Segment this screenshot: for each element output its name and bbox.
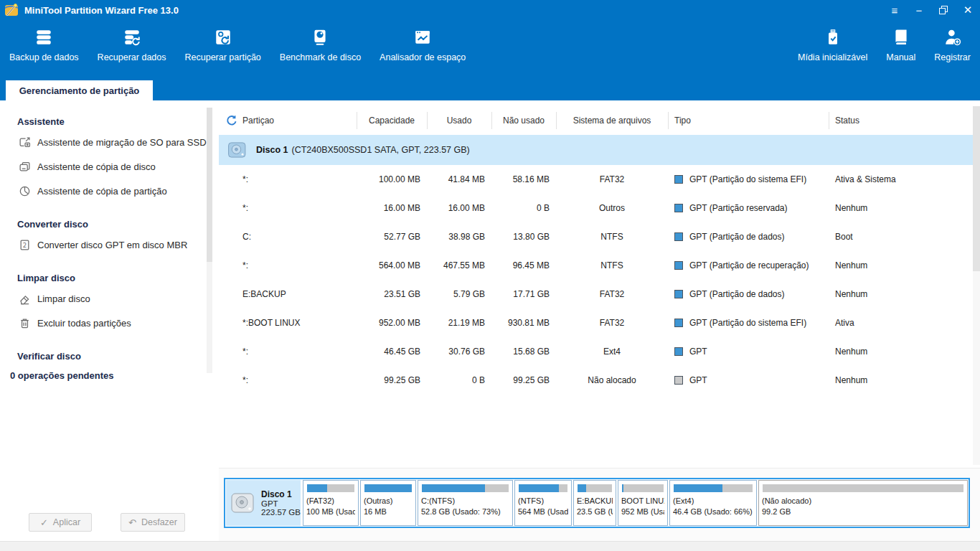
disk-map-partition-block[interactable]: BOOT LINUX( 952 MB (Usad (618, 480, 668, 526)
sidebar-item-delete-all-partitions[interactable]: Excluir todas partições (0, 311, 219, 335)
disk-map-partition-block[interactable]: E:BACKUP 23.5 GB (U (573, 480, 616, 526)
apply-button[interactable]: ✓ Aplicar (29, 513, 92, 532)
cell-filesystem: FAT32 (556, 318, 668, 328)
cell-used: 30.76 GB (427, 347, 491, 357)
copy-partition-icon (19, 185, 31, 197)
backup-data-button[interactable]: Backup de dados (0, 20, 88, 62)
disk-map-partition-block[interactable]: (Outras) 16 MB (360, 480, 416, 526)
close-icon[interactable]: ✕ (956, 0, 980, 20)
cell-filesystem: Não alocado (556, 375, 668, 385)
disk-name: Disco 1 (256, 145, 288, 155)
col-filesystem[interactable]: Sistema de arquivos (556, 106, 668, 135)
table-row[interactable]: *: 564.00 MB 467.55 MB 96.45 MB NTFS GPT… (219, 251, 980, 280)
disk-info: (CT240BX500SSD1 SATA, GPT, 223.57 GB) (291, 145, 469, 155)
table-row[interactable]: *: 99.25 GB 0 B 99.25 GB Não alocado GPT… (219, 366, 980, 395)
block-detail: 952 MB (Usad (621, 507, 664, 517)
app-logo-icon (4, 3, 19, 17)
col-capacity[interactable]: Capacidade (357, 106, 427, 135)
menu-icon[interactable]: ≡ (882, 0, 907, 20)
cell-used: 16.00 MB (427, 203, 491, 213)
recover-partition-button[interactable]: Recuperar partição (176, 20, 270, 62)
refresh-icon[interactable] (219, 106, 240, 135)
table-row[interactable]: E:BACKUP 23.51 GB 5.79 GB 17.71 GB FAT32… (219, 280, 980, 309)
convert-gpt-mbr-icon: 2 (19, 239, 31, 251)
table-header: Partiçao Capacidade Usado Não usado Sist… (219, 106, 980, 135)
cell-unused: 0 B (491, 203, 556, 213)
block-label: (FAT32) (306, 496, 355, 507)
svg-text:2: 2 (23, 241, 27, 248)
partition-type-icon (674, 347, 683, 356)
cell-unused: 58.16 MB (491, 174, 556, 184)
minimize-icon[interactable]: − (907, 0, 931, 20)
cell-status: Nenhum (829, 203, 980, 213)
space-analyzer-button[interactable]: Analisador de espaço (370, 20, 475, 62)
cell-type: GPT (Partição de dados) (668, 232, 829, 242)
check-icon: ✓ (40, 517, 48, 528)
disk-map-partition-block[interactable]: (NTFS) 564 MB (Usad (514, 480, 572, 526)
disk-benchmark-icon (310, 27, 330, 47)
sidebar-heading-check: Verificar disco (0, 351, 219, 362)
sidebar-item-copy-disk[interactable]: Assistente de cópia de disco (0, 154, 219, 179)
undo-arrow-icon: ↶ (128, 517, 136, 528)
col-status[interactable]: Status (829, 106, 980, 135)
cell-status: Nenhum (829, 347, 980, 357)
col-type[interactable]: Tipo (668, 106, 829, 135)
sidebar-item-convert-gpt-mbr[interactable]: 2 Converter disco GPT em disco MBR (0, 232, 219, 257)
bootable-media-button[interactable]: Mídia inicializável (788, 20, 877, 62)
sidebar-scrollbar[interactable] (207, 108, 212, 373)
register-icon (943, 27, 963, 47)
disk-map-card[interactable]: Disco 1 GPT 223.57 GB (226, 480, 301, 526)
disk-header-row[interactable]: Disco 1 (CT240BX500SSD1 SATA, GPT, 223.5… (219, 135, 980, 165)
block-label: (Outras) (364, 496, 413, 507)
disk-benchmark-button[interactable]: Benchmark de disco (270, 20, 370, 62)
cell-unused: 99.25 GB (491, 375, 556, 385)
disk-map-partition-block[interactable]: (FAT32) 100 MB (Usad (303, 480, 359, 526)
table-row[interactable]: *: 46.45 GB 30.76 GB 15.68 GB Ext4 GPT N… (219, 337, 980, 366)
undo-button[interactable]: ↶ Desfazer (121, 513, 185, 532)
usage-bar (763, 484, 963, 492)
restore-icon[interactable] (931, 0, 956, 20)
manual-icon (891, 27, 911, 47)
col-partition[interactable]: Partiçao (240, 106, 357, 135)
table-scrollbar[interactable] (973, 106, 980, 465)
cell-capacity: 564.00 MB (357, 260, 427, 270)
cell-type: GPT (Partição de recuperação) (668, 260, 829, 270)
partition-type-icon (674, 376, 683, 385)
sidebar: Assistente Assistente de migração de SO … (0, 100, 219, 541)
sidebar-item-os-migration[interactable]: Assistente de migração de SO para SSD (0, 130, 219, 154)
partition-type-icon (674, 319, 683, 327)
cell-status: Ativa & Sistema (829, 174, 980, 184)
cell-filesystem: FAT32 (556, 289, 668, 299)
usage-bar (519, 484, 567, 492)
table-row[interactable]: C: 52.77 GB 38.98 GB 13.80 GB NTFS GPT (… (219, 222, 980, 251)
sidebar-item-copy-partition[interactable]: Assistente de cópia de partição (0, 179, 219, 203)
block-detail: 46.4 GB (Usado: 66%) (673, 507, 753, 517)
disk-map-partition-block[interactable]: (Não alocado) 99.2 GB (758, 480, 968, 526)
cell-type: GPT (668, 375, 829, 385)
disk-map-partition-block[interactable]: C:(NTFS) 52.8 GB (Usado: 73%) (418, 480, 513, 526)
disk-map-partition-block[interactable]: (Ext4) 46.4 GB (Usado: 66%) (669, 480, 757, 526)
usage-bar (578, 484, 612, 492)
bootable-media-icon (823, 27, 843, 47)
cell-status: Boot (829, 232, 980, 242)
sidebar-item-wipe-disk[interactable]: Limpar disco (0, 286, 219, 311)
cell-status: Nenhum (829, 289, 980, 299)
recover-data-button[interactable]: Recuperar dados (88, 20, 176, 62)
col-unused[interactable]: Não usado (491, 106, 556, 135)
table-row[interactable]: *:BOOT LINUX 952.00 MB 21.19 MB 930.81 M… (219, 309, 980, 337)
cell-capacity: 46.45 GB (357, 347, 427, 357)
usage-bar (364, 484, 412, 492)
col-used[interactable]: Usado (427, 106, 491, 135)
cell-filesystem: Ext4 (556, 347, 668, 357)
cell-partition: *: (240, 174, 357, 184)
block-label: BOOT LINUX( (621, 496, 664, 507)
cell-unused: 15.68 GB (491, 347, 556, 357)
register-button[interactable]: Registrar (925, 20, 980, 62)
disk-drive-icon (230, 492, 256, 514)
table-row[interactable]: *: 16.00 MB 16.00 MB 0 B Outros GPT (Par… (219, 194, 980, 222)
partition-type-icon (674, 204, 683, 212)
manual-button[interactable]: Manual (877, 20, 925, 62)
tab-partition-management[interactable]: Gerenciamento de partição (6, 80, 153, 100)
disk-drive-icon (227, 141, 248, 159)
table-row[interactable]: *: 100.00 MB 41.84 MB 58.16 MB FAT32 GPT… (219, 165, 980, 194)
